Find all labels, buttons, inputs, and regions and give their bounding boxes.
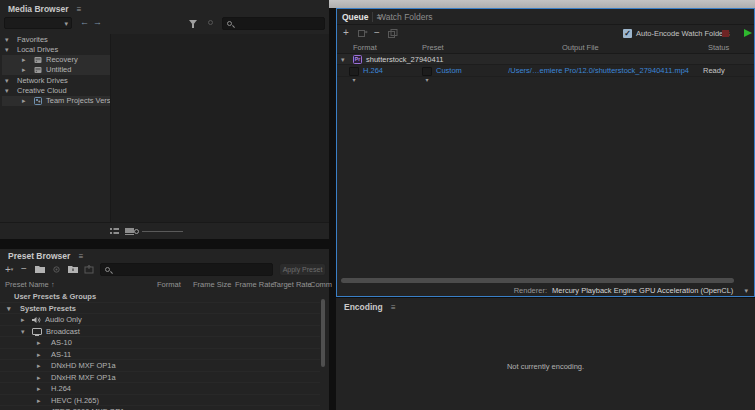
preset-item-hevc[interactable]: ▸ HEVC (H.265) <box>0 395 320 407</box>
format-link[interactable]: H.264 <box>363 65 383 77</box>
media-search-input[interactable] <box>222 17 325 30</box>
add-source-button[interactable]: + <box>343 26 349 40</box>
apply-preset-button[interactable]: Apply Preset <box>279 263 326 276</box>
chevron-right-icon[interactable]: ▸ <box>37 374 41 381</box>
chevron-right-icon[interactable]: ▸ <box>22 66 26 73</box>
forward-icon[interactable]: → <box>93 16 102 29</box>
tab-queue[interactable]: Queue ≡ <box>342 9 382 26</box>
preset-item-dnxhr[interactable]: ▸ DNxHR MXF OP1a <box>0 372 320 384</box>
queue-source-row[interactable]: ▾ Pr shutterstock_27940411 <box>337 54 754 65</box>
chevron-right-icon[interactable]: ▸ <box>37 362 41 369</box>
import-preset-icon[interactable] <box>68 265 79 273</box>
preset-item-jpeg2000[interactable]: ▸ JPEG 2000 MXF OP1a <box>0 406 320 410</box>
column-frame-rate: Frame Rate <box>235 280 275 289</box>
audio-icon <box>32 316 41 324</box>
panel-menu-icon[interactable]: ≡ <box>391 303 396 312</box>
chevron-down-icon[interactable]: ▾ <box>5 77 9 84</box>
column-status: Status <box>708 43 729 52</box>
queue-horizontal-scrollbar[interactable] <box>341 278 734 283</box>
thumbnail-view-icon[interactable] <box>125 228 134 235</box>
thumbnail-size-slider-knob[interactable] <box>134 229 139 234</box>
tree-item-recovery[interactable]: ▸ Recovery <box>2 55 110 65</box>
media-browser-tree: ▾ Favorites ▾ Local Drives ▸ Recovery ▸ … <box>0 34 110 222</box>
preset-settings-icon[interactable] <box>52 265 61 274</box>
column-output-file: Output File <box>562 43 599 52</box>
chevron-right-icon[interactable]: ▸ <box>22 97 26 104</box>
encoding-title: Encoding <box>344 302 383 312</box>
auto-encode-checkbox[interactable]: ✓ <box>623 29 632 38</box>
chevron-down-icon[interactable]: ▾ <box>5 46 9 53</box>
preset-item-label: Audio Only <box>45 314 82 326</box>
output-file-link[interactable]: /Users/…emiere Pro/12.0/shutterstock_279… <box>508 65 689 77</box>
chevron-right-icon[interactable]: ▸ <box>22 56 26 63</box>
tree-item-local-drives[interactable]: ▾ Local Drives <box>0 45 110 55</box>
chevron-down-icon[interactable]: ▾ <box>744 287 748 294</box>
start-queue-button[interactable] <box>744 29 752 37</box>
preset-item-user-presets[interactable]: User Presets & Groups <box>0 291 320 303</box>
format-dropdown[interactable]: ▾ <box>349 67 359 76</box>
delete-preset-button[interactable]: − <box>21 262 27 276</box>
create-preset-button[interactable]: +▾ <box>5 262 13 277</box>
chevron-down-icon: ▾ <box>64 20 68 27</box>
chevron-down-icon[interactable]: ▾ <box>7 305 11 312</box>
preset-browser-scrollbar[interactable] <box>321 299 325 367</box>
renderer-row: Renderer: Mercury Playback Engine GPU Ac… <box>337 285 754 296</box>
preset-item-dnxhd[interactable]: ▸ DNxHD MXF OP1a <box>0 360 320 372</box>
export-preset-icon[interactable] <box>84 265 94 274</box>
duplicate-icon[interactable] <box>388 29 398 38</box>
stop-queue-button[interactable] <box>722 30 729 37</box>
add-output-icon[interactable] <box>358 29 368 38</box>
quick-search-icon[interactable] <box>208 20 213 25</box>
media-encoder-window: Media Browser ≡ ▾ ← → ▾ Favorites ▾ Loca… <box>0 0 755 410</box>
preset-item-label: JPEG 2000 MXF OP1a <box>51 406 129 410</box>
preset-item-as-11[interactable]: ▸ AS-11 <box>0 349 320 361</box>
back-icon[interactable]: ← <box>80 16 89 29</box>
new-preset-group-icon[interactable] <box>35 265 46 273</box>
tree-item-team-projects[interactable]: ▸ Team Projects Versions <box>2 96 110 106</box>
list-view-icon[interactable] <box>110 228 119 235</box>
queue-output-row[interactable]: ▾ H.264 ▾ Custom /Users/…emiere Pro/12.0… <box>337 65 754 77</box>
chevron-right-icon[interactable]: ▸ <box>37 351 41 358</box>
tree-item-network-drives[interactable]: ▾ Network Drives <box>0 76 110 86</box>
chevron-down-icon[interactable]: ▾ <box>341 56 345 63</box>
tree-item-label: Creative Cloud <box>17 86 67 96</box>
chevron-down-icon[interactable]: ▾ <box>5 87 9 94</box>
preset-dropdown[interactable]: ▾ <box>422 67 432 76</box>
tree-item-label: Recovery <box>46 55 78 65</box>
premiere-project-icon: Pr <box>353 55 362 64</box>
preset-browser-toolbar: +▾ − Apply Preset <box>0 262 329 279</box>
preset-link[interactable]: Custom <box>436 65 462 77</box>
tree-item-untitled[interactable]: ▸ Untitled <box>2 65 110 75</box>
remove-button[interactable]: − <box>374 26 380 40</box>
chevron-right-icon[interactable]: ▸ <box>37 397 41 404</box>
tree-item-creative-cloud[interactable]: ▾ Creative Cloud <box>0 86 110 96</box>
chevron-right-icon[interactable]: ▸ <box>21 316 25 323</box>
preset-item-system-presets[interactable]: ▾ System Presets <box>0 303 320 315</box>
queue-column-headers: Format Preset Output File Status <box>337 43 754 53</box>
column-preset-name[interactable]: Preset Name ↑ <box>5 280 55 289</box>
chevron-down-icon[interactable]: ▾ <box>5 36 9 43</box>
panel-menu-icon[interactable]: ≡ <box>79 252 84 261</box>
preset-item-as-10[interactable]: ▸ AS-10 <box>0 337 320 349</box>
tree-item-favorites[interactable]: ▾ Favorites <box>0 35 110 45</box>
preset-search-input[interactable] <box>100 263 273 276</box>
renderer-dropdown[interactable]: Mercury Playback Engine GPU Acceleration… <box>552 285 733 296</box>
preset-item-audio-only[interactable]: ▸ Audio Only <box>0 314 320 326</box>
tree-item-label: Untitled <box>46 65 71 75</box>
panel-menu-icon[interactable]: ≡ <box>77 5 82 14</box>
directory-dropdown[interactable]: ▾ <box>4 17 72 29</box>
preset-item-broadcast[interactable]: ▾ Broadcast <box>0 326 320 338</box>
tree-item-label: Network Drives <box>17 76 68 86</box>
filter-icon[interactable] <box>189 20 197 25</box>
media-browser-toolbar: ▾ ← → <box>0 16 329 33</box>
sort-ascending-icon: ↑ <box>51 280 55 289</box>
preset-tree: User Presets & Groups ▾ System Presets ▸… <box>0 291 329 410</box>
tab-watch-folders[interactable]: Watch Folders <box>378 9 432 25</box>
chevron-down-icon[interactable]: ▾ <box>21 328 25 335</box>
chevron-right-icon[interactable]: ▸ <box>37 339 41 346</box>
queue-tab-bar: Queue ≡ Watch Folders <box>337 9 754 25</box>
source-name: shutterstock_27940411 <box>366 54 443 65</box>
preset-item-h264[interactable]: ▸ H.264 <box>0 383 320 395</box>
chevron-right-icon[interactable]: ▸ <box>37 385 41 392</box>
thumbnail-size-slider-track[interactable] <box>142 231 183 232</box>
